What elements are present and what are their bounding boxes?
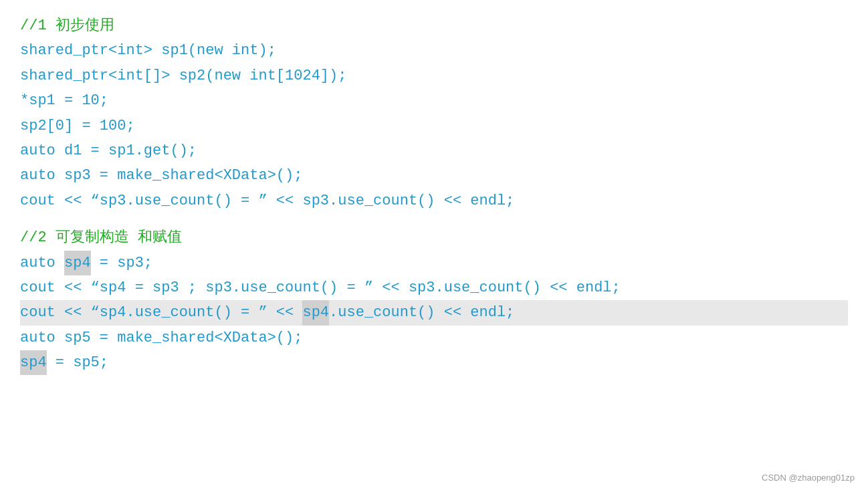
code-10b: = sp3; (91, 251, 152, 275)
watermark: CSDN @zhaopeng01zp (762, 473, 855, 483)
code-8: cout << “sp3.use_count() = ” << sp3.use_… (20, 189, 514, 213)
code-12b: .use_count() << endl; (329, 300, 514, 325)
code-line-10: auto sp4 = sp3; (20, 251, 848, 275)
code-line-9: //2 可复制构造 和赋值 (20, 225, 848, 250)
code-line-14: sp4 = sp5; (20, 350, 848, 375)
code-3: shared_ptr<int[]> sp2(new int[1024]); (20, 64, 346, 88)
code-container: //1 初步使用 shared_ptr<int> sp1(new int); s… (0, 0, 868, 492)
code-14-highlight: sp4 (20, 350, 47, 375)
comment-2: //2 可复制构造 和赋值 (20, 225, 182, 250)
spacer-1 (20, 213, 848, 225)
code-10a: auto (20, 251, 64, 275)
code-line-1: //1 初步使用 (20, 13, 848, 38)
code-2: shared_ptr<int> sp1(new int); (20, 38, 276, 63)
code-line-3: shared_ptr<int[]> sp2(new int[1024]); (20, 64, 848, 88)
code-10-highlight: sp4 (64, 251, 91, 275)
code-line-11: cout << “sp4 = sp3 ; sp3.use_count() = ”… (20, 275, 848, 300)
code-5: sp2[0] = 100; (20, 114, 135, 138)
code-line-8: cout << “sp3.use_count() = ” << sp3.use_… (20, 189, 848, 213)
code-14b: = sp5; (47, 350, 108, 375)
code-11: cout << “sp4 = sp3 ; sp3.use_count() = ”… (20, 275, 621, 300)
code-4: *sp1 = 10; (20, 88, 108, 113)
comment-1: //1 初步使用 (20, 13, 114, 38)
code-12a: cout << “sp4.use_count() = ” << (20, 300, 302, 325)
code-13: auto sp5 = make_shared<XData>(); (20, 326, 302, 350)
code-6: auto d1 = sp1.get(); (20, 138, 197, 163)
code-line-13: auto sp5 = make_shared<XData>(); (20, 326, 848, 350)
code-line-5: sp2[0] = 100; (20, 114, 848, 138)
code-line-2: shared_ptr<int> sp1(new int); (20, 38, 848, 63)
code-line-4: *sp1 = 10; (20, 88, 848, 113)
code-7: auto sp3 = make_shared<XData>(); (20, 163, 302, 188)
code-line-6: auto d1 = sp1.get(); (20, 138, 848, 163)
code-line-7: auto sp3 = make_shared<XData>(); (20, 163, 848, 188)
code-line-12: cout << “sp4.use_count() = ” << sp4.use_… (20, 300, 848, 325)
code-12-highlight: sp4 (302, 300, 329, 325)
